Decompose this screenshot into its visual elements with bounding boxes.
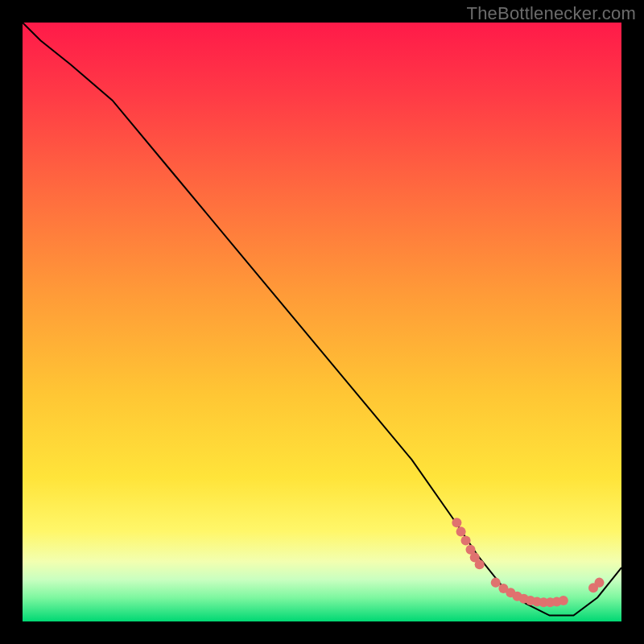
chart-stage: TheBottlenecker.com (0, 0, 644, 644)
svg-rect-0 (23, 23, 621, 621)
plot-area (23, 23, 621, 621)
watermark-text: TheBottlenecker.com (467, 3, 636, 24)
heat-gradient-background (23, 23, 621, 621)
